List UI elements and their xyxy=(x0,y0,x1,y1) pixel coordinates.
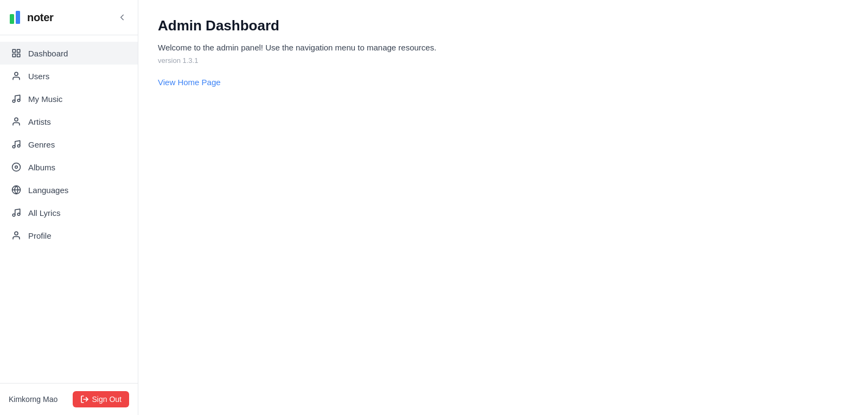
users-icon xyxy=(11,71,22,81)
svg-point-13 xyxy=(15,166,18,169)
sidebar-item-users-label: Users xyxy=(28,72,49,81)
sidebar-footer: Kimkorng Mao Sign Out xyxy=(0,383,138,415)
collapse-sidebar-button[interactable] xyxy=(115,10,129,24)
svg-point-12 xyxy=(12,163,21,171)
view-home-link[interactable]: View Home Page xyxy=(158,78,221,87)
logo-icon xyxy=(9,10,24,25)
genres-icon xyxy=(11,139,22,150)
svg-point-8 xyxy=(17,99,20,102)
svg-point-10 xyxy=(12,145,15,148)
sidebar-item-my-music[interactable]: My Music xyxy=(0,87,138,110)
nav-menu: Dashboard Users My Music xyxy=(0,35,138,383)
svg-rect-0 xyxy=(10,14,14,24)
sidebar-item-my-music-label: My Music xyxy=(28,94,62,104)
sidebar-item-genres-label: Genres xyxy=(28,140,55,149)
version-text: version 1.3.1 xyxy=(158,56,848,65)
languages-icon xyxy=(11,184,22,195)
my-music-icon xyxy=(11,93,22,104)
sidebar-header: noter xyxy=(0,0,138,35)
svg-rect-4 xyxy=(17,54,20,57)
sidebar-item-dashboard[interactable]: Dashboard xyxy=(0,42,138,65)
svg-rect-3 xyxy=(17,49,20,52)
sidebar-item-dashboard-label: Dashboard xyxy=(28,49,68,58)
svg-point-9 xyxy=(15,118,18,121)
sidebar-item-profile[interactable]: Profile xyxy=(0,224,138,247)
svg-point-17 xyxy=(17,213,20,216)
svg-rect-5 xyxy=(12,54,15,57)
svg-point-18 xyxy=(15,232,18,235)
dashboard-icon xyxy=(11,48,22,59)
profile-icon xyxy=(11,230,22,241)
sidebar-item-users[interactable]: Users xyxy=(0,65,138,87)
sidebar: noter Dashboard xyxy=(0,0,138,415)
user-name: Kimkorng Mao xyxy=(9,395,58,404)
logo-area: noter xyxy=(9,10,54,25)
sidebar-item-all-lyrics-label: All Lyrics xyxy=(28,208,60,218)
all-lyrics-icon xyxy=(11,207,22,218)
sidebar-item-artists[interactable]: Artists xyxy=(0,110,138,133)
sidebar-item-languages-label: Languages xyxy=(28,186,68,195)
signout-label: Sign Out xyxy=(92,395,122,404)
main-content: Admin Dashboard Welcome to the admin pan… xyxy=(138,0,868,415)
svg-point-11 xyxy=(17,145,20,148)
sidebar-item-all-lyrics[interactable]: All Lyrics xyxy=(0,201,138,224)
artists-icon xyxy=(11,116,22,127)
sidebar-item-albums[interactable]: Albums xyxy=(0,156,138,178)
welcome-text: Welcome to the admin panel! Use the navi… xyxy=(158,43,848,52)
sidebar-item-profile-label: Profile xyxy=(28,231,52,240)
sidebar-item-artists-label: Artists xyxy=(28,117,51,126)
svg-point-6 xyxy=(15,72,18,75)
svg-point-7 xyxy=(12,100,15,103)
svg-point-16 xyxy=(12,214,15,216)
sidebar-item-albums-label: Albums xyxy=(28,163,55,172)
svg-rect-2 xyxy=(12,49,15,52)
signout-icon xyxy=(80,395,89,404)
signout-button[interactable]: Sign Out xyxy=(73,391,129,407)
svg-rect-1 xyxy=(16,11,20,24)
sidebar-item-genres[interactable]: Genres xyxy=(0,133,138,156)
logo-text: noter xyxy=(27,11,54,24)
albums-icon xyxy=(11,162,22,173)
sidebar-item-languages[interactable]: Languages xyxy=(0,178,138,201)
page-title: Admin Dashboard xyxy=(158,17,848,34)
